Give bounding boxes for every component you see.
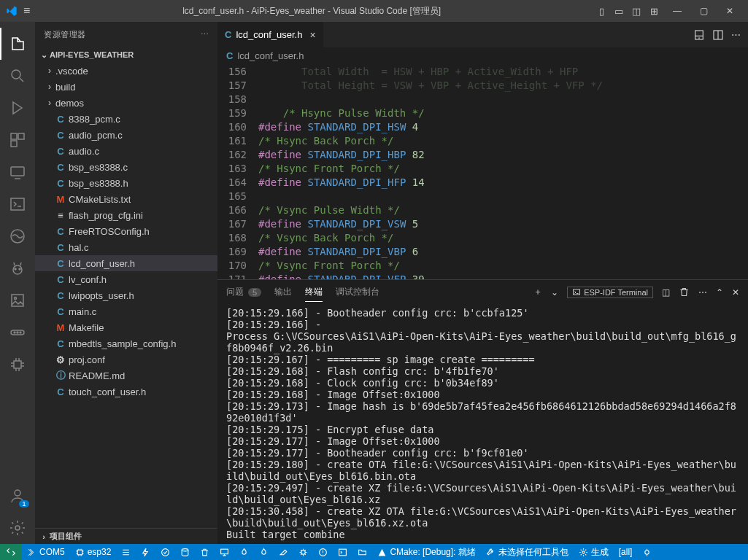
close-panel-icon[interactable]: ✕	[732, 287, 739, 298]
sb-flash-icon[interactable]	[136, 544, 155, 560]
remote-indicator[interactable]	[0, 544, 22, 560]
output-tab[interactable]: 输出	[274, 286, 292, 298]
more-actions-icon[interactable]: ⋯	[731, 29, 741, 40]
trash-icon[interactable]	[679, 287, 690, 298]
terminal-output[interactable]: [20:15:29.166] - Bootheader config crc: …	[217, 304, 748, 544]
menu-icon[interactable]: ≡	[23, 4, 30, 18]
run-icon[interactable]	[0, 92, 35, 124]
svg-point-29	[582, 551, 585, 553]
image-icon[interactable]	[0, 284, 35, 316]
titlebar: ≡ lcd_conf_user.h - AiPi-Eyes_weather - …	[0, 0, 748, 22]
code-content[interactable]: Total Width = HSW + HBP + Active_Width +…	[258, 63, 748, 279]
sidebar-project[interactable]: ⌄ AIPI-EYES_WEATHER	[35, 47, 217, 63]
chevron-up-icon[interactable]: ⌃	[716, 287, 723, 298]
layout-btn-1[interactable]: ▯	[593, 3, 609, 19]
platformio-icon[interactable]	[0, 252, 35, 284]
settings-gear-icon[interactable]	[0, 512, 35, 544]
tree-item[interactable]: ⚙proj.conf	[35, 351, 217, 368]
tree-item[interactable]: Ctouch_conf_user.h	[35, 384, 217, 400]
problems-count: 5	[248, 288, 261, 297]
sb-cylinder-icon[interactable]	[175, 544, 195, 560]
tree-item[interactable]: C8388_pcm.c	[35, 111, 217, 127]
tree-item[interactable]: Caudio.c	[35, 143, 217, 159]
debug-console-tab[interactable]: 调试控制台	[336, 286, 379, 298]
split-terminal-icon[interactable]: ◫	[662, 287, 670, 298]
accounts-icon[interactable]: 1	[0, 480, 35, 512]
terminal-tab[interactable]: 终端	[305, 286, 323, 302]
new-terminal-icon[interactable]: ＋	[533, 286, 542, 298]
terminal-dropdown-icon[interactable]: ⌄	[551, 287, 558, 298]
chip-icon[interactable]	[0, 349, 35, 381]
code-editor[interactable]: 1561571581591601611621631641651661671681…	[217, 63, 748, 279]
remote-icon[interactable]	[0, 156, 35, 188]
svg-rect-12	[11, 330, 24, 335]
tree-item[interactable]: MCMakeLists.txt	[35, 191, 217, 207]
sb-warn-icon[interactable]	[313, 544, 333, 560]
search-icon[interactable]	[0, 60, 35, 92]
tree-item[interactable]: Caudio_pcm.c	[35, 127, 217, 143]
file-type-icon: C	[54, 306, 67, 317]
tree-item[interactable]: CFreeRTOSConfig.h	[35, 223, 217, 239]
sb-monitor-icon[interactable]	[215, 544, 234, 560]
close-tab-icon[interactable]: ×	[309, 29, 315, 41]
svg-rect-1	[11, 133, 17, 139]
sb-check-icon[interactable]	[155, 544, 175, 560]
problems-tab[interactable]: 问题5	[226, 286, 261, 298]
tab-lcd-conf[interactable]: C lcd_conf_user.h ×	[217, 22, 324, 47]
com-port[interactable]: COM5	[22, 544, 70, 560]
sidebar-footer[interactable]: › 项目组件	[35, 528, 217, 544]
minimize-button[interactable]: —	[665, 2, 690, 20]
tree-item[interactable]: ⓘREADME.md	[35, 368, 217, 384]
target-chip[interactable]: esp32	[70, 544, 117, 560]
tree-item[interactable]: ›.vscode	[35, 63, 217, 79]
sb-flame-icon[interactable]	[254, 544, 274, 560]
sb-trash-icon[interactable]	[195, 544, 215, 560]
split-editor-icon[interactable]	[712, 29, 724, 41]
sb-erase-icon[interactable]	[274, 544, 293, 560]
layout-btn-4[interactable]: ⊞	[646, 3, 662, 19]
breadcrumbs[interactable]: C lcd_conf_user.h	[217, 47, 748, 63]
sb-debug-icon[interactable]	[293, 544, 313, 560]
layout-btn-2[interactable]: ▭	[611, 3, 627, 19]
close-button[interactable]: ✕	[717, 2, 742, 20]
tree-item[interactable]: Cbsp_es8388.h	[35, 175, 217, 191]
tree-item[interactable]: Cbsp_es8388.c	[35, 159, 217, 175]
run-file-icon[interactable]	[693, 29, 705, 41]
terminal-icon[interactable]	[0, 188, 35, 220]
sb-folder-icon[interactable]	[352, 544, 372, 560]
explorer-icon[interactable]	[0, 28, 35, 60]
tree-item[interactable]: ›demos	[35, 95, 217, 111]
sonarlint-icon[interactable]	[0, 220, 35, 252]
svg-rect-28	[339, 549, 347, 556]
svg-point-9	[19, 268, 20, 270]
file-tree: ›.vscode›build›demosC8388_pcm.cCaudio_pc…	[35, 63, 217, 528]
more-terminal-icon[interactable]: ⋯	[698, 287, 707, 298]
extensions-icon[interactable]	[0, 124, 35, 156]
tree-item[interactable]: MMakefile	[35, 319, 217, 335]
sb-icon-1[interactable]	[116, 544, 136, 560]
sidebar-more-icon[interactable]: ⋯	[201, 30, 209, 39]
sb-terminal-icon[interactable]	[333, 544, 352, 560]
tree-item[interactable]: Cmain.c	[35, 303, 217, 319]
layout-btn-3[interactable]: ◫	[628, 3, 644, 19]
tree-item[interactable]: Clv_conf.h	[35, 271, 217, 287]
sb-run-icon[interactable]	[637, 544, 657, 560]
tree-item[interactable]: Clwipopts_user.h	[35, 287, 217, 303]
cmake-status[interactable]: CMake: [Debug]: 就绪	[372, 544, 480, 560]
build-target[interactable]: [all]	[614, 544, 638, 560]
toolkit-status[interactable]: 未选择任何工具包	[481, 544, 574, 560]
maximize-button[interactable]: ▢	[691, 2, 716, 20]
tree-item[interactable]: ≡flash_prog_cfg.ini	[35, 207, 217, 223]
esp-terminal-badge[interactable]: ESP-IDF Terminal	[567, 287, 653, 298]
serial-icon[interactable]	[0, 316, 35, 349]
tree-item[interactable]: Chal.c	[35, 239, 217, 255]
file-name: touch_conf_user.h	[69, 386, 146, 397]
file-type-icon: M	[54, 194, 67, 205]
file-name: audio_pcm.c	[69, 130, 123, 141]
svg-point-14	[17, 332, 18, 333]
tree-item[interactable]: Clcd_conf_user.h	[35, 255, 217, 271]
tree-item[interactable]: ›build	[35, 79, 217, 95]
sb-fire-icon[interactable]	[234, 544, 254, 560]
build-status[interactable]: 生成	[574, 544, 614, 560]
tree-item[interactable]: Cmbedtls_sample_config.h	[35, 335, 217, 351]
